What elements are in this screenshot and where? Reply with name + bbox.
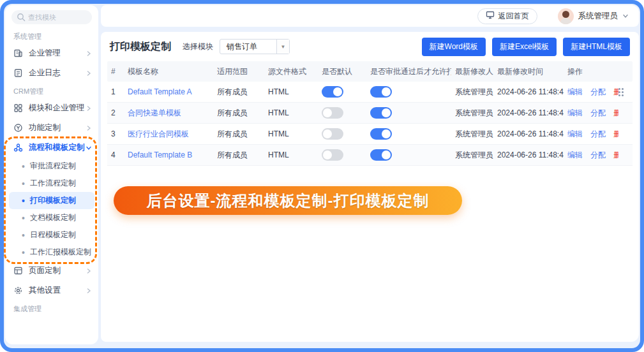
sidebar-item-label: 企业管理 [29,48,86,59]
create-template-button[interactable]: 新建Excel模板 [492,38,557,56]
bullet-dot: • [22,179,25,188]
module-select-value: 销售订单 [220,40,276,54]
row-index: 1 [107,87,124,96]
modified-time-cell: 2024-06-26 11:48:41 [493,87,564,96]
drag-handle-icon[interactable] [618,88,631,96]
sidebar-section-label: CRM管理 [5,83,98,98]
sidebar-subitem-label: 日程模板定制 [30,230,76,240]
sidebar-section-label: 集成管理 [5,300,98,316]
sidebar-item[interactable]: 企业管理 [5,43,98,63]
row-index: 2 [107,108,124,117]
template-name-link[interactable]: Default Template A [124,87,213,96]
column-header: 是否默认 [318,66,366,77]
scope-cell: 所有成员 [213,150,264,161]
delete-link[interactable]: 删除 [613,150,618,161]
sidebar-subitem[interactable]: •审批流程定制 [9,158,94,175]
scope-cell: 所有成员 [213,129,264,140]
scope-cell: 所有成员 [213,108,264,119]
edit-link[interactable]: 编辑 [567,108,583,119]
sidebar-subitem[interactable]: •日程模板定制 [9,226,94,244]
monitor-icon [486,11,495,21]
modified-time-cell: 2024-06-26 11:48:41 [493,108,564,117]
assign-link[interactable]: 分配 [590,129,606,140]
sidebar-item[interactable]: 企业日志 [5,63,98,83]
page-icon [13,266,23,275]
sidebar-subitem[interactable]: •打印模板定制 [9,192,94,209]
chevron-right-icon [86,125,92,131]
module-select[interactable]: 销售订单 ▼ [220,39,290,54]
format-cell: HTML [264,150,318,159]
column-header: 适用范围 [213,66,264,77]
approval-toggle[interactable] [370,128,392,140]
delete-link[interactable]: 删除 [613,129,618,140]
default-toggle[interactable] [322,149,343,161]
chevron-right-icon [86,50,92,57]
sidebar-subitem-label: 文档模板定制 [30,212,76,223]
sidebar: 系统管理企业管理企业日志CRM管理模块和企业管理功能定制流程和模板定制•审批流程… [5,5,98,344]
table-row: 4Default Template B所有成员HTML系统管理员2024-06-… [107,145,633,166]
sidebar-item[interactable]: 流程和模板定制 [5,138,98,158]
template-name-link[interactable]: 医疗行业合同模板 [124,129,213,140]
row-actions: 编辑分配删除 [564,108,618,119]
delete-link[interactable]: 删除 [613,108,618,119]
row-actions: 编辑分配删除 [564,150,618,161]
banner-text: 后台设置-流程和模板定制-打印模板定制 [147,191,430,211]
chevron-right-icon [86,70,92,77]
modifier-cell: 系统管理员 [451,150,493,161]
assign-link[interactable]: 分配 [590,108,606,119]
sidebar-item[interactable]: 其他设置 [5,281,98,300]
default-toggle[interactable] [322,107,343,119]
sidebar-item[interactable]: 模块和企业管理 [5,98,98,118]
row-actions: 编辑分配删除 [564,129,618,140]
modifier-cell: 系统管理员 [451,108,493,119]
approval-toggle[interactable] [370,86,392,98]
delete-link[interactable]: 删除 [613,87,618,98]
sidebar-subitem[interactable]: •工作汇报模板定制 [9,244,94,261]
approval-toggle[interactable] [370,107,392,119]
edit-link[interactable]: 编辑 [567,129,583,140]
edit-link[interactable]: 编辑 [567,150,583,161]
column-header: 最新修改人 [451,66,493,77]
table-row: 2合同快递单模板所有成员HTML系统管理员2024-06-26 11:48:41… [107,103,633,124]
company-icon [13,48,23,58]
assign-link[interactable]: 分配 [590,87,606,98]
chevron-right-icon [86,288,92,294]
avatar [558,8,574,24]
back-home-label: 返回首页 [498,11,529,22]
module-search [11,10,92,24]
modified-time-cell: 2024-06-26 11:48:41 [493,150,564,159]
chevron-down-icon [86,145,92,151]
log-icon [13,68,23,78]
table-row: 3医疗行业合同模板所有成员HTML系统管理员2024-06-26 11:48:4… [107,124,633,145]
table-header-row: #模板名称适用范围源文件格式是否默认是否审批通过后才允许打印最新修改人最新修改时… [107,61,633,82]
assign-link[interactable]: 分配 [590,150,606,161]
app-window: 系统管理企业管理企业日志CRM管理模块和企业管理功能定制流程和模板定制•审批流程… [0,0,644,352]
chevron-right-icon [86,268,92,274]
edit-link[interactable]: 编辑 [567,87,583,98]
sidebar-item[interactable]: 页面定制 [5,261,98,281]
format-cell: HTML [264,87,318,96]
sidebar-item[interactable]: 功能定制 [5,118,98,138]
default-toggle[interactable] [322,86,343,98]
table-body: 1Default Template A所有成员HTML系统管理员2024-06-… [107,82,633,166]
template-name-link[interactable]: Default Template B [124,150,213,159]
gear-icon [13,286,23,295]
format-cell: HTML [264,108,318,117]
sidebar-subitem[interactable]: •工作流程定制 [9,175,94,192]
user-menu[interactable]: 系统管理员 [558,8,629,24]
modified-time-cell: 2024-06-26 11:48:41 [493,129,564,138]
sidebar-item-label: 其他设置 [29,285,86,296]
back-home-button[interactable]: 返回首页 [477,8,537,24]
flow-icon [13,143,23,152]
column-header: 是否审批通过后才允许打印 [366,66,451,77]
create-template-button[interactable]: 新建HTML模板 [563,38,630,56]
default-toggle[interactable] [322,128,343,140]
template-name-link[interactable]: 合同快递单模板 [124,108,213,119]
chevron-down-icon [622,10,629,22]
chevron-right-icon [86,105,92,112]
bullet-dot: • [22,196,25,205]
approval-toggle[interactable] [370,149,392,161]
sidebar-subitem[interactable]: •文档模板定制 [9,209,94,226]
create-template-button[interactable]: 新建Word模板 [422,38,486,56]
search-icon [17,13,26,22]
